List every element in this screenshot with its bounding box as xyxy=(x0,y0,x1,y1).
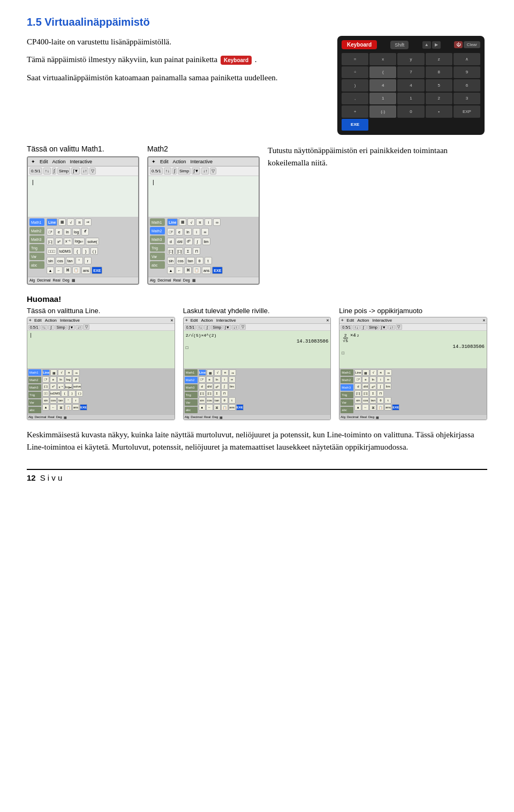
calc2-key-sigma[interactable]: Σ xyxy=(184,247,192,255)
mini3-k3[interactable]: √ xyxy=(370,369,377,376)
mini2-exe[interactable]: EXE xyxy=(236,404,244,411)
calc1-key-back[interactable]: ← xyxy=(55,267,63,274)
mini2-k21[interactable]: sin xyxy=(199,397,206,404)
mini2-k9[interactable]: i xyxy=(221,376,228,383)
calc1-tool2[interactable]: ↑↓ xyxy=(43,168,51,174)
calc1-key-e[interactable]: e xyxy=(55,228,63,236)
mini3-k10[interactable]: ∞ xyxy=(384,376,391,383)
calc2-key-ud[interactable]: ▲ xyxy=(167,267,175,274)
calc2-key-back[interactable]: ← xyxy=(176,267,183,274)
mini2-simp[interactable]: Simp xyxy=(211,325,223,330)
calc2-key-a[interactable]: ▦ xyxy=(179,218,186,226)
mini2-k3[interactable]: √ xyxy=(214,369,221,376)
mini3-k18[interactable]: Σ xyxy=(369,390,376,397)
mini2-line-key[interactable]: Line xyxy=(199,369,206,376)
mini2-k19[interactable]: Π xyxy=(221,390,228,397)
mini2-tool5[interactable]: ↓↑ xyxy=(232,325,239,330)
calc2-key-prod[interactable]: Π xyxy=(193,247,200,255)
calc1-key-brace1[interactable]: { xyxy=(73,247,81,255)
mini3-paste-icon[interactable]: 📋 xyxy=(377,404,384,411)
mini3-k11[interactable]: d xyxy=(354,383,361,390)
mini3-back-icon[interactable]: ← xyxy=(362,404,369,411)
mini1-k16[interactable]: □□ xyxy=(42,390,49,397)
calc1-key-arr[interactable]: ⇒ xyxy=(84,218,92,226)
mini3-exe[interactable]: EXE xyxy=(392,404,399,411)
mini2-tool2[interactable]: ↑↓ xyxy=(196,325,203,330)
calc2-tool4[interactable]: ∫▼ xyxy=(192,168,200,174)
calc2-key-paste[interactable]: 📋 xyxy=(193,267,201,274)
mini1-k4[interactable]: π xyxy=(65,369,72,376)
calc2-key-pi[interactable]: π xyxy=(196,218,203,226)
calc1-key-tan[interactable]: tan xyxy=(66,257,74,264)
calc2-key-dd[interactable]: d/d xyxy=(176,238,184,245)
mini2-up-icon[interactable]: ▲ xyxy=(199,404,206,411)
calc1-key-a[interactable]: ▦ xyxy=(58,218,66,226)
mini3-k22[interactable]: cos xyxy=(362,397,369,404)
mini3-k9[interactable]: i xyxy=(377,376,384,383)
mini1-k8[interactable]: ln xyxy=(57,376,64,383)
mini1-tool5[interactable]: ↓↑ xyxy=(75,325,82,330)
mini2-k4[interactable]: π xyxy=(222,369,229,376)
calc1-key-v[interactable]: ∜ xyxy=(81,228,89,236)
calc1-key-ln[interactable]: ln xyxy=(64,228,71,236)
mini1-paste-icon[interactable]: 📋 xyxy=(65,404,72,411)
calc1-tool1[interactable]: 0.5/1 xyxy=(29,168,42,174)
mini2-tool6[interactable]: ▽ xyxy=(239,324,246,330)
mini1-k25[interactable]: r xyxy=(72,397,79,404)
calc1-tool3[interactable]: ∫ xyxy=(52,168,56,174)
calc1-key-paren[interactable]: ( ) xyxy=(90,247,98,255)
mini2-k22[interactable]: cos xyxy=(206,397,213,404)
mini1-tool3[interactable]: ∫ xyxy=(48,325,55,330)
calc1-key-paste[interactable]: 📋 xyxy=(72,267,80,274)
mini3-k4[interactable]: π xyxy=(377,369,384,376)
calc1-key-blk[interactable]: □□□ xyxy=(47,247,57,255)
mini1-copy-icon[interactable]: ⌘ xyxy=(57,404,64,411)
mini1-k9[interactable]: log xyxy=(65,376,72,383)
calc1-key-ans[interactable]: ans xyxy=(81,267,90,274)
mini1-k15[interactable]: solve xyxy=(73,383,81,390)
calc2-key-sq[interactable]: □² xyxy=(167,228,175,236)
calc1-simp[interactable]: Simp xyxy=(57,168,70,174)
mini3-k12[interactable]: d/d xyxy=(362,383,369,390)
mini2-copy-icon[interactable]: ⌘ xyxy=(214,404,221,411)
calc1-tool5[interactable]: ↓↑ xyxy=(81,168,88,174)
mini1-tool6[interactable]: ▽ xyxy=(83,324,89,330)
mini2-k25[interactable]: t xyxy=(229,397,236,404)
mini2-k5[interactable]: ⇒ xyxy=(229,369,236,376)
calc2-key-sin[interactable]: sin xyxy=(167,257,175,264)
calc2-key-e[interactable]: e xyxy=(176,228,183,236)
mini1-k3[interactable]: √ xyxy=(58,369,65,376)
calc2-key-lim[interactable]: lim xyxy=(202,238,210,245)
mini3-simp[interactable]: Simp xyxy=(367,325,379,330)
calc1-key-sqrt[interactable]: √ xyxy=(67,218,74,226)
mini1-line-key[interactable]: Line xyxy=(42,369,50,376)
mini3-tool2[interactable]: ↑↓ xyxy=(353,325,360,330)
mini3-k23[interactable]: tan xyxy=(369,397,376,404)
mini3-tool5[interactable]: ↓↑ xyxy=(388,325,395,330)
mini3-tool1[interactable]: 0.5/1 xyxy=(341,325,352,330)
mini1-exe[interactable]: EXE xyxy=(80,404,87,411)
mini1-simp[interactable]: Simp xyxy=(55,325,67,330)
mini1-k20[interactable]: ( ) xyxy=(76,390,83,397)
calc2-key-inf[interactable]: ∞ xyxy=(213,218,221,226)
calc1-tool6[interactable]: ▽ xyxy=(89,168,96,174)
mini2-k18[interactable]: Σ xyxy=(214,390,221,397)
calc1-tool4[interactable]: ∫▼ xyxy=(71,168,80,174)
calc2-key-t[interactable]: t xyxy=(205,257,212,264)
mini2-k24[interactable]: θ xyxy=(221,397,228,404)
mini3-k21[interactable]: sin xyxy=(354,397,361,404)
calc2-key-cp[interactable]: ⌘ xyxy=(184,267,192,274)
calc1-key-r[interactable]: r xyxy=(84,257,92,264)
mini2-tool4[interactable]: ∫▼ xyxy=(223,325,231,330)
calc1-key-sol[interactable]: solve( xyxy=(86,238,99,245)
mini3-k6[interactable]: □² xyxy=(354,376,361,383)
mini2-k15[interactable]: lim xyxy=(229,383,236,390)
mini1-k2[interactable]: ▦ xyxy=(50,369,57,376)
mini1-tool4[interactable]: ∫▼ xyxy=(67,325,75,330)
calc2-exe-key[interactable]: EXE xyxy=(212,267,223,274)
calc2-tool2[interactable]: ↑↓ xyxy=(164,168,171,174)
calc2-key-i2[interactable]: i xyxy=(193,228,200,236)
mini3-copy-icon[interactable]: ⌘ xyxy=(369,404,376,411)
mini2-k11[interactable]: d xyxy=(199,383,206,390)
calc2-key-d0[interactable]: d⁰ xyxy=(185,238,193,245)
